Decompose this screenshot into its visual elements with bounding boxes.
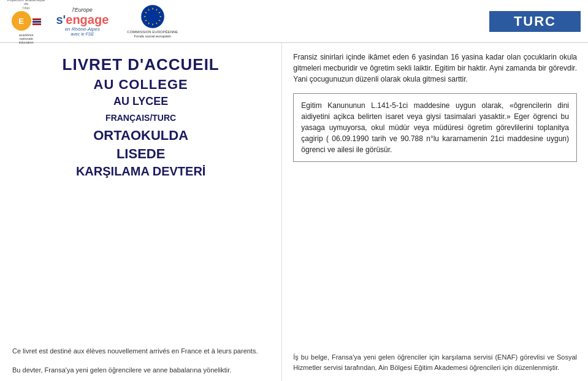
subtitle-lang: FRANÇAIS/TURC	[105, 113, 176, 123]
logo-area: inspection académiquedel'Ain E académien…	[7, 0, 489, 44]
text-block-2: Egitim Kanununun L.141-5-1ci maddesine u…	[293, 93, 577, 162]
title-ortaokulda: ORTAOKULDA	[93, 128, 188, 144]
sengage-top-text: l'Europe	[72, 7, 93, 13]
bottom-right-text: İş bu belge, Fransa'ya yeni gelen öğrenc…	[293, 352, 577, 372]
inspection-circle-icon: E	[12, 11, 31, 31]
main-content: LIVRET D'ACCUEIL AU COLLEGE AU LYCEE FRA…	[0, 43, 588, 381]
top-bar: inspection académiquedel'Ain E académien…	[0, 0, 588, 43]
left-titles: LIVRET D'ACCUEIL AU COLLEGE AU LYCEE FRA…	[12, 49, 269, 342]
eu-logo: COMMISSION EUROPÉENNE Fonds social europ…	[127, 4, 178, 38]
title-lisede: LISEDE	[116, 146, 165, 162]
commission-text: COMMISSION EUROPÉENNE Fonds social europ…	[127, 30, 178, 38]
left-footer: Ce livret est destiné aux élèves nouvell…	[12, 347, 269, 375]
title-college: AU COLLEGE	[94, 77, 188, 93]
turc-header: TURC	[489, 11, 581, 32]
sengage-fse-text: avec le FSE	[71, 32, 94, 36]
title-livret: LIVRET D'ACCUEIL	[63, 55, 220, 74]
left-panel: LIVRET D'ACCUEIL AU COLLEGE AU LYCEE FRA…	[0, 43, 282, 381]
eu-flag-icon	[140, 4, 165, 29]
title-karsilama: KARŞILAMA DEVTERİ	[76, 164, 205, 179]
title-lycee: AU LYCEE	[113, 95, 168, 108]
footer-french: Ce livret est destiné aux élèves nouvell…	[12, 347, 269, 356]
text-block-1: Fransiz sinirlari içinde ikâmet eden 6 y…	[293, 52, 577, 85]
inspection-logo: inspection académiquedel'Ain E académien…	[7, 0, 45, 44]
sengage-logo: l'Europe s'engage en Rhône-Alpes avec le…	[56, 7, 109, 36]
footer-turkish: Bu devter, Fransa'ya yeni gelen öğrencil…	[12, 366, 269, 375]
right-panel: Fransiz sinirlari içinde ikâmet eden 6 y…	[282, 43, 588, 381]
sengage-sub-text: en Rhône-Alpes	[65, 26, 100, 32]
